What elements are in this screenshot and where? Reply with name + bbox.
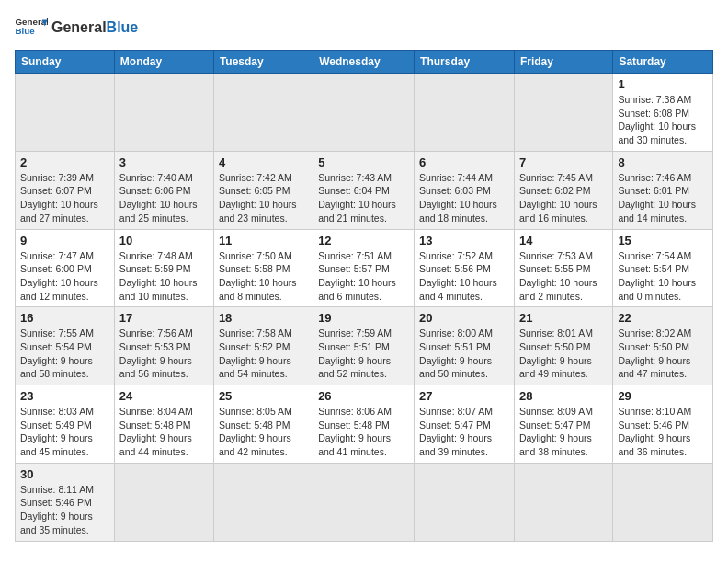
day-cell: 12Sunrise: 7:51 AM Sunset: 5:57 PM Dayli… xyxy=(313,229,415,307)
week-row-5: 23Sunrise: 8:03 AM Sunset: 5:49 PM Dayli… xyxy=(16,385,713,464)
day-cell: 1Sunrise: 7:38 AM Sunset: 6:08 PM Daylig… xyxy=(613,74,713,152)
day-cell: 18Sunrise: 7:58 AM Sunset: 5:52 PM Dayli… xyxy=(213,307,313,385)
day-cell: 28Sunrise: 8:09 AM Sunset: 5:47 PM Dayli… xyxy=(514,385,612,464)
day-cell: 15Sunrise: 7:54 AM Sunset: 5:54 PM Dayli… xyxy=(613,229,713,307)
weekday-header-row: SundayMondayTuesdayWednesdayThursdayFrid… xyxy=(16,51,713,74)
day-cell xyxy=(114,74,213,152)
day-cell: 13Sunrise: 7:52 AM Sunset: 5:56 PM Dayli… xyxy=(415,229,515,307)
day-number: 24 xyxy=(119,389,209,403)
weekday-header-monday: Monday xyxy=(114,51,213,74)
day-number: 20 xyxy=(419,311,509,325)
day-info: Sunrise: 7:39 AM Sunset: 6:07 PM Dayligh… xyxy=(20,171,109,225)
day-cell xyxy=(415,74,515,152)
day-info: Sunrise: 7:47 AM Sunset: 6:00 PM Dayligh… xyxy=(20,249,109,304)
day-number: 9 xyxy=(20,234,109,247)
day-info: Sunrise: 7:55 AM Sunset: 5:54 PM Dayligh… xyxy=(20,327,109,381)
day-info: Sunrise: 7:38 AM Sunset: 6:08 PM Dayligh… xyxy=(618,93,708,147)
day-info: Sunrise: 7:40 AM Sunset: 6:06 PM Dayligh… xyxy=(119,171,209,225)
day-info: Sunrise: 8:01 AM Sunset: 5:50 PM Dayligh… xyxy=(519,327,608,381)
day-info: Sunrise: 7:53 AM Sunset: 5:55 PM Dayligh… xyxy=(519,249,608,304)
day-info: Sunrise: 7:48 AM Sunset: 5:59 PM Dayligh… xyxy=(119,249,209,304)
day-cell: 2Sunrise: 7:39 AM Sunset: 6:07 PM Daylig… xyxy=(16,151,115,229)
day-cell xyxy=(213,463,313,541)
day-info: Sunrise: 8:10 AM Sunset: 5:46 PM Dayligh… xyxy=(618,405,708,459)
day-number: 28 xyxy=(519,389,608,403)
day-number: 12 xyxy=(318,234,409,247)
day-info: Sunrise: 8:00 AM Sunset: 5:51 PM Dayligh… xyxy=(419,327,509,381)
day-cell: 7Sunrise: 7:45 AM Sunset: 6:02 PM Daylig… xyxy=(514,151,612,229)
day-info: Sunrise: 7:45 AM Sunset: 6:02 PM Dayligh… xyxy=(519,171,608,225)
day-info: Sunrise: 8:09 AM Sunset: 5:47 PM Dayligh… xyxy=(519,405,608,459)
day-number: 19 xyxy=(318,311,409,325)
day-cell xyxy=(514,463,612,541)
day-info: Sunrise: 7:43 AM Sunset: 6:04 PM Dayligh… xyxy=(318,171,409,225)
day-cell: 20Sunrise: 8:00 AM Sunset: 5:51 PM Dayli… xyxy=(415,307,515,385)
day-info: Sunrise: 7:51 AM Sunset: 5:57 PM Dayligh… xyxy=(318,249,409,304)
day-info: Sunrise: 8:06 AM Sunset: 5:48 PM Dayligh… xyxy=(318,405,409,459)
day-number: 7 xyxy=(519,155,608,169)
day-cell: 23Sunrise: 8:03 AM Sunset: 5:49 PM Dayli… xyxy=(16,385,115,464)
day-number: 22 xyxy=(618,311,708,325)
day-cell: 10Sunrise: 7:48 AM Sunset: 5:59 PM Dayli… xyxy=(114,229,213,307)
day-info: Sunrise: 7:54 AM Sunset: 5:54 PM Dayligh… xyxy=(618,249,708,304)
day-number: 2 xyxy=(20,155,109,169)
day-cell xyxy=(16,74,115,152)
day-cell: 5Sunrise: 7:43 AM Sunset: 6:04 PM Daylig… xyxy=(313,151,415,229)
day-cell: 4Sunrise: 7:42 AM Sunset: 6:05 PM Daylig… xyxy=(213,151,313,229)
day-cell: 16Sunrise: 7:55 AM Sunset: 5:54 PM Dayli… xyxy=(16,307,115,385)
day-number: 21 xyxy=(519,311,608,325)
weekday-header-saturday: Saturday xyxy=(613,51,713,74)
day-cell xyxy=(213,74,313,152)
logo: General Blue GeneralBlue xyxy=(15,15,138,40)
day-cell: 17Sunrise: 7:56 AM Sunset: 5:53 PM Dayli… xyxy=(114,307,213,385)
day-cell: 27Sunrise: 8:07 AM Sunset: 5:47 PM Dayli… xyxy=(415,385,515,464)
day-number: 17 xyxy=(119,311,209,325)
day-info: Sunrise: 8:03 AM Sunset: 5:49 PM Dayligh… xyxy=(20,405,109,459)
day-number: 16 xyxy=(20,311,109,325)
logo-general: General xyxy=(51,19,107,35)
day-number: 25 xyxy=(219,389,308,403)
day-info: Sunrise: 8:05 AM Sunset: 5:48 PM Dayligh… xyxy=(219,405,308,459)
day-cell xyxy=(415,463,515,541)
day-cell: 14Sunrise: 7:53 AM Sunset: 5:55 PM Dayli… xyxy=(514,229,612,307)
week-row-6: 30Sunrise: 8:11 AM Sunset: 5:46 PM Dayli… xyxy=(16,463,713,541)
logo-blue: Blue xyxy=(107,19,139,35)
week-row-1: 1Sunrise: 7:38 AM Sunset: 6:08 PM Daylig… xyxy=(16,74,713,152)
week-row-4: 16Sunrise: 7:55 AM Sunset: 5:54 PM Dayli… xyxy=(16,307,713,385)
logo-icon: General Blue xyxy=(15,15,48,40)
day-info: Sunrise: 7:52 AM Sunset: 5:56 PM Dayligh… xyxy=(419,249,509,304)
weekday-header-wednesday: Wednesday xyxy=(313,51,415,74)
day-info: Sunrise: 8:04 AM Sunset: 5:48 PM Dayligh… xyxy=(119,405,209,459)
day-cell: 25Sunrise: 8:05 AM Sunset: 5:48 PM Dayli… xyxy=(213,385,313,464)
day-cell: 21Sunrise: 8:01 AM Sunset: 5:50 PM Dayli… xyxy=(514,307,612,385)
day-cell xyxy=(514,74,612,152)
day-info: Sunrise: 7:46 AM Sunset: 6:01 PM Dayligh… xyxy=(618,171,708,225)
day-cell: 30Sunrise: 8:11 AM Sunset: 5:46 PM Dayli… xyxy=(16,463,115,541)
day-number: 15 xyxy=(618,234,708,247)
day-cell: 24Sunrise: 8:04 AM Sunset: 5:48 PM Dayli… xyxy=(114,385,213,464)
day-cell xyxy=(114,463,213,541)
day-cell: 29Sunrise: 8:10 AM Sunset: 5:46 PM Dayli… xyxy=(613,385,713,464)
day-cell: 22Sunrise: 8:02 AM Sunset: 5:50 PM Dayli… xyxy=(613,307,713,385)
day-number: 30 xyxy=(20,467,109,481)
day-number: 14 xyxy=(519,234,608,247)
day-info: Sunrise: 8:11 AM Sunset: 5:46 PM Dayligh… xyxy=(20,483,109,537)
day-cell xyxy=(313,463,415,541)
day-number: 18 xyxy=(219,311,308,325)
day-info: Sunrise: 8:02 AM Sunset: 5:50 PM Dayligh… xyxy=(618,327,708,381)
day-cell: 9Sunrise: 7:47 AM Sunset: 6:00 PM Daylig… xyxy=(16,229,115,307)
day-cell: 8Sunrise: 7:46 AM Sunset: 6:01 PM Daylig… xyxy=(613,151,713,229)
week-row-3: 9Sunrise: 7:47 AM Sunset: 6:00 PM Daylig… xyxy=(16,229,713,307)
weekday-header-friday: Friday xyxy=(514,51,612,74)
day-cell: 11Sunrise: 7:50 AM Sunset: 5:58 PM Dayli… xyxy=(213,229,313,307)
day-cell xyxy=(313,74,415,152)
day-number: 29 xyxy=(618,389,708,403)
day-cell xyxy=(613,463,713,541)
day-number: 27 xyxy=(419,389,509,403)
day-number: 8 xyxy=(618,155,708,169)
day-info: Sunrise: 8:07 AM Sunset: 5:47 PM Dayligh… xyxy=(419,405,509,459)
day-info: Sunrise: 7:59 AM Sunset: 5:51 PM Dayligh… xyxy=(318,327,409,381)
day-number: 3 xyxy=(119,155,209,169)
day-number: 10 xyxy=(119,234,209,247)
day-number: 11 xyxy=(219,234,308,247)
